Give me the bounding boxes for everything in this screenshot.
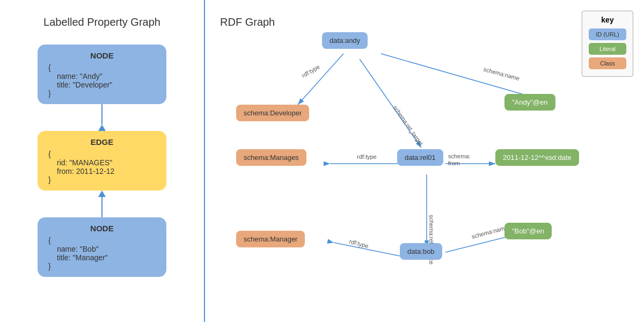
node-bob-type: NODE: [48, 224, 156, 233]
node-andy-type: NODE: [48, 51, 156, 60]
node-bob-line3: title: "Manager": [48, 253, 156, 262]
edge-manages-type: EDGE: [48, 137, 156, 147]
rdf-node-data-andy: data:andy: [322, 32, 368, 49]
node-bob-line1: {: [48, 236, 156, 245]
lpg-connector-2: [98, 191, 106, 217]
edge-manages-line1: {: [48, 150, 156, 158]
rdf-node-schema-developer: schema:Developer: [236, 105, 309, 121]
right-panel: RDF Graph rdf:type schema:name schema:re…: [204, 0, 644, 322]
svg-line-2: [298, 54, 343, 105]
svg-text:schema:rel_target: schema:rel_target: [392, 104, 424, 147]
svg-line-15: [334, 243, 408, 258]
arrow-head-1: [98, 125, 106, 131]
lpg-edge-manages: EDGE { rid: "MANAGES" from: 2011-12-12 }: [38, 131, 166, 191]
svg-text:schema:name: schema:name: [471, 224, 508, 239]
rdf-node-data-rel01: data:rel01: [397, 149, 443, 166]
key-title: key: [589, 16, 626, 24]
key-swatch-blue: ID (URL): [589, 28, 626, 40]
key-item-literal: Literal: [589, 43, 626, 55]
edge-manages-line4: }: [48, 175, 156, 184]
svg-line-4: [381, 54, 537, 98]
node-bob-line4: }: [48, 262, 156, 270]
rdf-node-date-literal: 2011-12-12^^xsd:date: [495, 149, 579, 166]
rdf-node-schema-manager: schema:Manager: [236, 231, 305, 247]
lpg-node-bob: NODE { name: "Bob" title: "Manager" }: [38, 217, 166, 277]
node-andy-line3: title: "Developer": [48, 80, 156, 89]
key-legend: key ID (URL) Literal Class: [582, 11, 633, 77]
svg-text:rdf:type: rdf:type: [348, 238, 369, 249]
key-swatch-orange: Class: [589, 57, 626, 69]
svg-text:schema:name: schema:name: [483, 66, 521, 82]
node-bob-line2: name: "Bob": [48, 245, 156, 253]
svg-text:rdf:type: rdf:type: [357, 153, 377, 160]
svg-text:rdf:type: rdf:type: [301, 63, 321, 79]
lpg-connector-1: [98, 104, 106, 131]
rdf-node-data-bob: data:bob: [400, 243, 442, 260]
main-container: Labelled Property Graph NODE { name: "An…: [0, 0, 644, 322]
arrow-head-2: [98, 191, 106, 197]
left-title: Labelled Property Graph: [43, 16, 160, 28]
right-title: RDF Graph: [220, 16, 275, 28]
edge-manages-line3: from: 2011-12-12: [48, 167, 156, 175]
svg-text:schema:: schema:: [448, 153, 471, 159]
key-swatch-green: Literal: [589, 43, 626, 55]
svg-text:from: from: [448, 160, 460, 166]
rdf-node-bob-literal: "Bob"@en: [504, 223, 552, 239]
lpg-node-andy: NODE { name: "Andy" title: "Developer" }: [38, 45, 166, 104]
rdf-node-andy-literal: "Andy"@en: [504, 94, 555, 111]
svg-line-6: [360, 59, 421, 148]
node-andy-line2: name: "Andy": [48, 72, 156, 80]
rdf-node-schema-manages: schema:Manages: [236, 149, 306, 166]
left-panel: Labelled Property Graph NODE { name: "An…: [0, 0, 204, 322]
edge-manages-line2: rid: "MANAGES": [48, 158, 156, 167]
arrow-line-1: [101, 104, 103, 125]
node-andy-line1: {: [48, 63, 156, 72]
node-andy-line4: }: [48, 89, 156, 98]
key-item-id: ID (URL): [589, 28, 626, 40]
arrow-line-2: [101, 197, 103, 217]
key-item-class: Class: [589, 57, 626, 69]
